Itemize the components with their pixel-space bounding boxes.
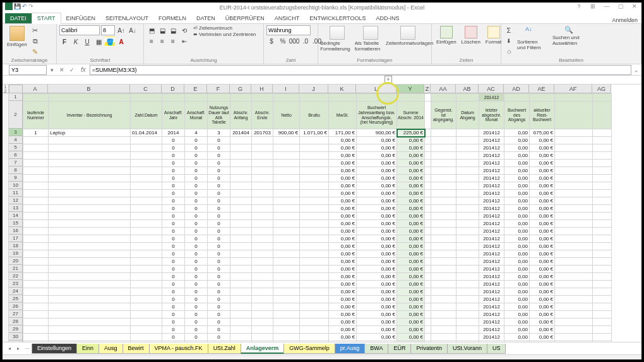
- cell-E16[interactable]: 0: [185, 228, 208, 235]
- cell-H16[interactable]: [252, 228, 273, 235]
- cell-I8[interactable]: [273, 167, 300, 175]
- cell-E31[interactable]: 0: [185, 341, 208, 342]
- cell-L9[interactable]: 0,00 €: [357, 175, 397, 182]
- col-header-B[interactable]: B: [48, 85, 130, 93]
- cell-J11[interactable]: [300, 190, 329, 197]
- cell-K10[interactable]: 0,00 €: [329, 182, 357, 190]
- col-header-J[interactable]: J: [299, 85, 328, 93]
- cell-Y26[interactable]: 0,00 €: [397, 303, 425, 311]
- cell-F10[interactable]: 0: [208, 182, 230, 190]
- cell-B12[interactable]: [49, 197, 131, 205]
- cell-L20[interactable]: 0,00 €: [357, 258, 397, 266]
- cell-AG9[interactable]: [593, 175, 612, 182]
- cell-B3[interactable]: Laptop: [49, 129, 131, 137]
- cell-AC18[interactable]: 201412: [479, 243, 504, 250]
- cell-Z11[interactable]: [425, 190, 431, 197]
- cell-F22[interactable]: 0: [208, 273, 230, 281]
- cell-K21[interactable]: 0,00 €: [329, 266, 357, 273]
- cell-G18[interactable]: [230, 243, 252, 250]
- cell-G24[interactable]: [230, 288, 252, 296]
- cell-A25[interactable]: [23, 296, 49, 303]
- cell-AB29[interactable]: [456, 326, 479, 334]
- cell-AC26[interactable]: 201412: [479, 303, 504, 311]
- cell-D10[interactable]: 0: [162, 182, 185, 190]
- cell-G6[interactable]: [230, 152, 252, 160]
- cell-I9[interactable]: [273, 175, 300, 182]
- cell-AB25[interactable]: [456, 296, 479, 303]
- sheet-tab-pr-ausg[interactable]: pr.Ausg: [335, 344, 366, 354]
- cell-AC22[interactable]: 201412: [479, 273, 504, 281]
- cell-Z22[interactable]: [425, 273, 431, 281]
- cell-AD14[interactable]: 0,00: [504, 213, 530, 220]
- cell-AF7[interactable]: [555, 160, 593, 167]
- cell-K26[interactable]: 0,00 €: [329, 303, 357, 311]
- cell-H26[interactable]: [252, 303, 273, 311]
- cell-K11[interactable]: 0,00 €: [329, 190, 357, 197]
- cell-B13[interactable]: [49, 205, 131, 213]
- cell-AA15[interactable]: [431, 220, 456, 228]
- cell-A18[interactable]: [23, 243, 49, 250]
- cell-I15[interactable]: [273, 220, 300, 228]
- font-name-select[interactable]: [59, 25, 100, 35]
- cell-C9[interactable]: [131, 175, 162, 182]
- cell-AG27[interactable]: [593, 311, 612, 318]
- cell-H19[interactable]: [252, 250, 273, 258]
- cell-C18[interactable]: [131, 243, 162, 250]
- tab-layout[interactable]: SEITENLAYOUT: [100, 13, 153, 23]
- cell-AE24[interactable]: 0,00 €: [530, 288, 555, 296]
- cell-AC7[interactable]: 201412: [479, 160, 504, 167]
- cell-L18[interactable]: 0,00 €: [357, 243, 397, 250]
- sheet-tab-bewirt[interactable]: Bewirt: [122, 344, 150, 354]
- cell-G4[interactable]: [230, 137, 252, 144]
- cell-AG8[interactable]: [593, 167, 612, 175]
- cell-AC31[interactable]: 201412: [479, 341, 504, 342]
- cell-AF9[interactable]: [555, 175, 593, 182]
- cell-B18[interactable]: [49, 243, 131, 250]
- cell-I4[interactable]: [273, 137, 300, 144]
- tab-addins[interactable]: ADD-INS: [371, 13, 404, 23]
- cell-B6[interactable]: [49, 152, 131, 160]
- cell-I22[interactable]: [273, 273, 300, 281]
- cell-C21[interactable]: [131, 266, 162, 273]
- cell-I21[interactable]: [273, 266, 300, 273]
- cell-E26[interactable]: 0: [185, 303, 208, 311]
- cell-AG18[interactable]: [593, 243, 612, 250]
- cell-AG15[interactable]: [593, 220, 612, 228]
- cell-I29[interactable]: [273, 326, 300, 334]
- accept-formula-icon[interactable]: ✓: [68, 66, 76, 74]
- cell-Z3[interactable]: [425, 129, 431, 137]
- cell-B20[interactable]: [49, 258, 131, 266]
- cell-E22[interactable]: 0: [185, 273, 208, 281]
- cell-Z10[interactable]: [425, 182, 431, 190]
- cell-K22[interactable]: 0,00 €: [329, 273, 357, 281]
- row-header-6[interactable]: 6: [9, 151, 23, 159]
- shrink-font-icon[interactable]: A↓: [128, 25, 138, 35]
- cell-AD17[interactable]: 0,00: [504, 235, 530, 243]
- cell-C13[interactable]: [131, 205, 162, 213]
- cell-J26[interactable]: [300, 303, 329, 311]
- cell-AD18[interactable]: 0,00: [504, 243, 530, 250]
- cell-I7[interactable]: [273, 160, 300, 167]
- cell-I3[interactable]: 900,00 €: [273, 129, 300, 137]
- cell-AB5[interactable]: [456, 144, 479, 152]
- cell-AC27[interactable]: 201412: [479, 311, 504, 318]
- align-right-icon[interactable]: ≡: [168, 36, 178, 46]
- cell-L31[interactable]: 0,00 €: [357, 341, 397, 342]
- col-header-E[interactable]: E: [184, 85, 207, 93]
- percent-icon[interactable]: %: [278, 36, 288, 46]
- tab-file[interactable]: DATEI: [5, 13, 32, 23]
- cell-J17[interactable]: [300, 235, 329, 243]
- cell-H3[interactable]: 201703: [252, 129, 273, 137]
- sheet-tab-anlageverm[interactable]: Anlageverm: [241, 344, 285, 354]
- cell-B21[interactable]: [49, 266, 131, 273]
- cell-AB14[interactable]: [456, 213, 479, 220]
- cell-AD12[interactable]: 0,00: [504, 197, 530, 205]
- cell-AA8[interactable]: [431, 167, 456, 175]
- cell-Z9[interactable]: [425, 175, 431, 182]
- cell-C6[interactable]: [131, 152, 162, 160]
- cell-Z25[interactable]: [425, 296, 431, 303]
- cell-AD8[interactable]: 0,00: [504, 167, 530, 175]
- cell-G26[interactable]: [230, 303, 252, 311]
- row-header-17[interactable]: 17: [9, 235, 23, 242]
- tab-formulas[interactable]: FORMELN: [153, 13, 191, 23]
